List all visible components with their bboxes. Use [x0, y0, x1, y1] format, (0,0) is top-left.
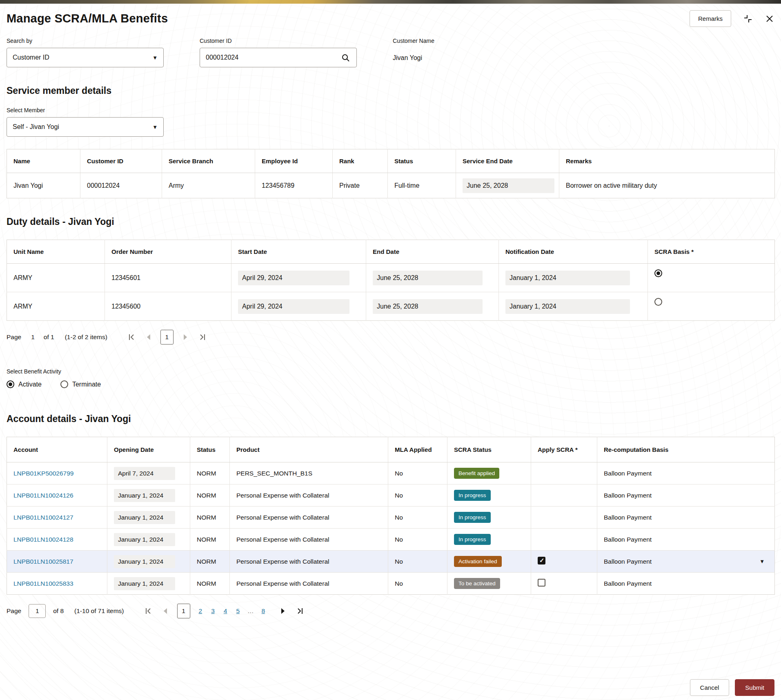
- opening-date-field[interactable]: January 1, 2024: [114, 511, 175, 524]
- member-employee-id: 123456789: [255, 173, 333, 198]
- col-header-apply-scra: Apply SCRA *: [531, 437, 597, 462]
- col-header-product: Product: [230, 437, 388, 462]
- terminate-radio-option[interactable]: Terminate: [60, 380, 101, 388]
- mla-applied: No: [388, 551, 447, 573]
- next-page-icon[interactable]: [277, 606, 289, 616]
- scra-basis-radio[interactable]: [654, 269, 662, 277]
- search-section: Search by Customer ID ▼ Customer ID Cust…: [7, 38, 774, 67]
- select-member-select[interactable]: Self - Jivan Yogi ▼: [7, 117, 164, 137]
- page-title: Manage SCRA/MLA Benefits: [7, 12, 168, 25]
- col-header-service-branch: Service Branch: [162, 149, 255, 173]
- account-link[interactable]: LNPB01LN10025833: [13, 580, 73, 587]
- apply-scra-checkbox[interactable]: [538, 557, 545, 564]
- account-details-section-title: Account details - Jivan Yogi: [7, 413, 774, 424]
- prev-page-icon[interactable]: [159, 606, 171, 616]
- customer-id-input[interactable]: [206, 54, 340, 61]
- duty-notification-date-field[interactable]: January 1, 2024: [505, 271, 630, 285]
- decorative-banner-strip: [0, 0, 781, 4]
- submit-button[interactable]: Submit: [735, 679, 774, 696]
- table-row-selected: LNPB01LN10025817 January 1, 2024 NORM Pe…: [7, 551, 775, 573]
- duty-end-date-field[interactable]: June 25, 2028: [373, 299, 483, 314]
- mla-applied: No: [388, 573, 447, 595]
- recomputation-basis: Balloon Payment: [597, 462, 775, 484]
- member-status: Full-time: [388, 173, 456, 198]
- prev-page-icon[interactable]: [142, 332, 155, 342]
- page-link-8[interactable]: 8: [259, 607, 268, 615]
- opening-date-field[interactable]: January 1, 2024: [114, 533, 175, 546]
- account-link[interactable]: LNPB01KP50026799: [13, 470, 73, 477]
- benefit-activity-label: Select Benefit Activity: [7, 368, 774, 375]
- member-rank: Private: [333, 173, 388, 198]
- customer-name-label: Customer Name: [393, 38, 434, 44]
- next-page-icon[interactable]: [179, 332, 191, 342]
- page-number-input[interactable]: 1: [29, 604, 46, 618]
- col-header-remarks: Remarks: [559, 149, 775, 173]
- activate-radio-option[interactable]: Activate: [7, 380, 42, 388]
- table-header-row: Account Opening Date Status Product MLA …: [7, 437, 775, 462]
- last-page-icon[interactable]: [292, 606, 307, 616]
- col-header-scra-status: SCRA Status: [447, 437, 531, 462]
- select-member-label: Select Member: [7, 107, 774, 113]
- duty-start-date-field[interactable]: April 29, 2024: [238, 271, 349, 285]
- page-link-5[interactable]: 5: [233, 607, 243, 615]
- col-header-order-number: Order Number: [105, 240, 231, 264]
- terminate-radio[interactable]: [60, 380, 68, 388]
- duty-end-date-field[interactable]: June 25, 2028: [373, 271, 483, 285]
- apply-scra-checkbox[interactable]: [538, 579, 545, 587]
- opening-date-field[interactable]: January 1, 2024: [114, 555, 175, 568]
- service-member-section-title: Service member details: [7, 85, 774, 96]
- account-link[interactable]: LNPB01LN10025817: [13, 558, 73, 565]
- collapse-window-icon[interactable]: [743, 13, 753, 24]
- current-page-box[interactable]: 1: [177, 604, 190, 618]
- opening-date-field[interactable]: January 1, 2024: [114, 577, 175, 590]
- cancel-button[interactable]: Cancel: [690, 679, 730, 696]
- col-header-end-date: End Date: [366, 240, 499, 264]
- col-header-employee-id: Employee Id: [255, 149, 333, 173]
- opening-date-field[interactable]: January 1, 2024: [114, 489, 175, 502]
- items-count-label: (1-10 of 71 items): [74, 607, 124, 615]
- col-header-opening-date: Opening Date: [107, 437, 190, 462]
- scra-basis-radio[interactable]: [654, 298, 662, 306]
- account-pagination: Page 1 of 8 (1-10 of 71 items) 1 2 3 4 5…: [7, 604, 774, 618]
- table-row: LNPB01LN10024127 January 1, 2024 NORM Pe…: [7, 507, 775, 529]
- scra-status-badge: In progress: [454, 490, 491, 501]
- current-page-box[interactable]: 1: [160, 330, 174, 344]
- member-remarks: Borrower on active military duty: [559, 173, 775, 198]
- table-row: LNPB01LN10025833 January 1, 2024 NORM Pe…: [7, 573, 775, 595]
- account-status: NORM: [190, 484, 230, 507]
- page-label: Page: [7, 333, 21, 341]
- account-link[interactable]: LNPB01LN10024128: [13, 536, 73, 543]
- search-icon[interactable]: [340, 53, 351, 63]
- col-header-service-end-date: Service End Date: [456, 149, 559, 173]
- first-page-icon[interactable]: [141, 606, 156, 616]
- close-icon[interactable]: [765, 14, 774, 24]
- member-name: Jivan Yogi: [7, 173, 80, 198]
- mla-applied: No: [388, 484, 447, 507]
- service-end-date-field[interactable]: June 25, 2028: [463, 178, 554, 193]
- account-link[interactable]: LNPB01LN10024127: [13, 514, 73, 521]
- remarks-button[interactable]: Remarks: [690, 10, 731, 27]
- recomputation-basis: Balloon Payment: [597, 573, 775, 595]
- search-by-select[interactable]: Customer ID ▼: [7, 48, 164, 67]
- table-row: ARMY 12345601 April 29, 2024 June 25, 20…: [7, 264, 775, 292]
- search-by-label: Search by: [7, 38, 164, 44]
- duty-start-date-field[interactable]: April 29, 2024: [238, 299, 349, 314]
- mla-applied: No: [388, 462, 447, 484]
- opening-date-field[interactable]: April 7, 2024: [114, 467, 175, 480]
- duty-notification-date-field[interactable]: January 1, 2024: [505, 299, 630, 314]
- page-link-2[interactable]: 2: [196, 607, 205, 615]
- account-status: NORM: [190, 462, 230, 484]
- last-page-icon[interactable]: [195, 332, 209, 342]
- benefit-activity-options: Activate Terminate: [7, 380, 774, 388]
- member-service-branch: Army: [162, 173, 255, 198]
- first-page-icon[interactable]: [125, 332, 139, 342]
- page-of-label: of 1: [44, 333, 54, 341]
- activate-radio[interactable]: [7, 380, 14, 388]
- page-link-4[interactable]: 4: [221, 607, 230, 615]
- page-link-3[interactable]: 3: [208, 607, 218, 615]
- account-link[interactable]: LNPB01LN10024126: [13, 492, 73, 499]
- recomputation-basis-select[interactable]: Balloon Payment ▼: [604, 558, 768, 565]
- chevron-down-icon: ▼: [759, 558, 768, 564]
- terminate-radio-label: Terminate: [72, 381, 101, 388]
- account-status: NORM: [190, 507, 230, 529]
